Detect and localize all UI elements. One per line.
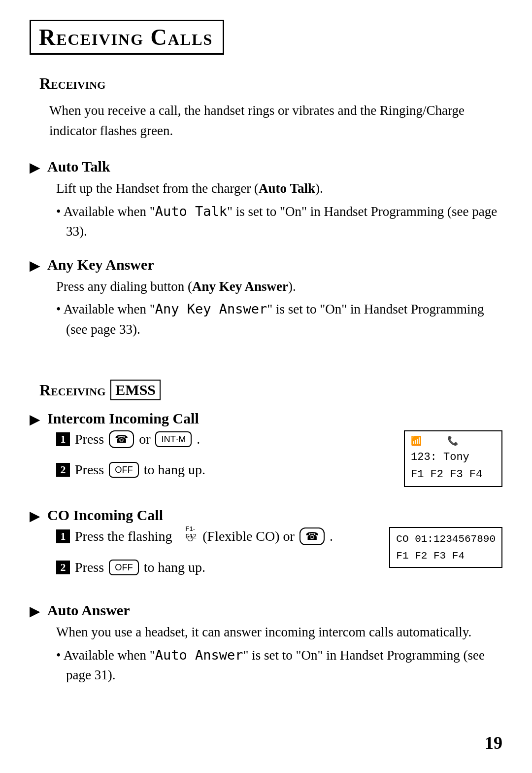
co-step1-text: Press the flashing [75, 528, 172, 544]
receiving-heading: Receiving [39, 74, 502, 93]
auto-answer-heading: Auto Answer [47, 602, 130, 619]
intercom-section: ▶ Intercom Incoming Call [30, 410, 502, 427]
co-talk-button[interactable]: ☎ [299, 527, 325, 545]
auto-talk-heading: Auto Talk [47, 158, 110, 175]
intercom-steps-display: 1 Press ☎ or INT·M . 2 Press OFF to hang… [56, 430, 502, 487]
page-title-bar: Receiving Calls [30, 20, 224, 55]
auto-talk-content: Lift up the Handset from the charger (Au… [56, 178, 502, 242]
intercom-step2: 2 Press OFF to hang up. [56, 462, 205, 478]
arrow-icon-5: ▶ [30, 603, 40, 619]
co-step1: 1 Press the flashing F1-F12 ○ (Flexible … [56, 527, 333, 546]
co-display-screen: CO 01:1234567890 F1 F2 F3 F4 [389, 527, 502, 568]
arrow-icon: ▶ [30, 159, 40, 176]
auto-answer-line1: When you use a headset, it can answer in… [56, 622, 502, 642]
any-key-content: Press any dialing button (Any Key Answer… [56, 277, 502, 340]
intercom-step2-suffix: to hang up. [144, 462, 205, 478]
co-step1-flexible: (Flexible CO) or [199, 528, 295, 544]
auto-talk-bullet1: • Available when "Auto Talk" is set to "… [56, 202, 502, 242]
co-step1-period: . [330, 528, 333, 544]
intercom-step1-end: . [197, 431, 200, 447]
receiving-emss-label: Receiving [39, 381, 105, 399]
any-key-line1: Press any dialing button (Any Key Answer… [56, 277, 502, 297]
co-section: ▶ CO Incoming Call [30, 507, 502, 524]
receiving-emss-heading: Receiving EMSS [39, 380, 502, 400]
arrow-icon-2: ▶ [30, 257, 40, 274]
intercom-display-screen: 📶 📞 123: Tony F1 F2 F3 F4 [404, 430, 502, 487]
step-num-1: 1 [56, 432, 70, 446]
auto-answer-bullet1: • Available when "Auto Answer" is set to… [56, 645, 502, 685]
emss-box: EMSS [110, 380, 161, 400]
step-num-2: 2 [56, 463, 70, 477]
intercom-step1: 1 Press ☎ or INT·M . [56, 430, 205, 448]
intercom-step1-press: Press [75, 431, 104, 447]
intercom-heading: Intercom Incoming Call [47, 410, 199, 427]
int-m-button[interactable]: INT·M [155, 431, 192, 447]
co-step2-press: Press [75, 560, 104, 575]
co-step-num-2: 2 [56, 561, 70, 574]
intercom-steps-left: 1 Press ☎ or INT·M . 2 Press OFF to hang… [56, 430, 205, 485]
page-number: 19 [485, 733, 502, 753]
co-heading: CO Incoming Call [47, 507, 163, 524]
auto-answer-content: When you use a headset, it can answer in… [56, 622, 502, 685]
intercom-display-icons: 📶 📞 [411, 434, 496, 449]
off-button-intercom[interactable]: OFF [109, 462, 139, 478]
intercom-display-line1: 123: Tony [411, 449, 496, 466]
auto-talk-section: ▶ Auto Talk [30, 158, 502, 176]
any-key-bullet1: • Available when "Any Key Answer" is set… [56, 299, 502, 339]
any-key-heading: Any Key Answer [47, 256, 154, 273]
talk-button[interactable]: ☎ [109, 430, 134, 448]
co-step2: 2 Press OFF to hang up. [56, 560, 333, 575]
receiving-section: Receiving When you receive a call, the h… [30, 74, 502, 141]
intercom-step1-or: or [139, 431, 150, 447]
any-key-section: ▶ Any Key Answer [30, 256, 502, 274]
auto-answer-section: ▶ Auto Answer [30, 602, 502, 619]
arrow-icon-4: ▶ [30, 508, 40, 524]
co-display-line2: F1 F2 F3 F4 [396, 548, 496, 564]
co-steps-display: 1 Press the flashing F1-F12 ○ (Flexible … [56, 527, 502, 582]
co-step2-suffix: to hang up. [144, 560, 205, 575]
co-step-num-1: 1 [56, 529, 70, 543]
off-button-co[interactable]: OFF [109, 560, 139, 575]
intercom-display-line2: F1 F2 F3 F4 [411, 466, 496, 483]
arrow-icon-3: ▶ [30, 411, 40, 427]
page-title: Receiving Calls [39, 24, 213, 50]
receiving-body: When you receive a call, the handset rin… [49, 101, 502, 141]
auto-talk-line1: Lift up the Handset from the charger (Au… [56, 178, 502, 199]
intercom-step2-press: Press [75, 462, 104, 478]
co-steps-left: 1 Press the flashing F1-F12 ○ (Flexible … [56, 527, 333, 582]
co-display-line1: CO 01:1234567890 [396, 531, 496, 548]
